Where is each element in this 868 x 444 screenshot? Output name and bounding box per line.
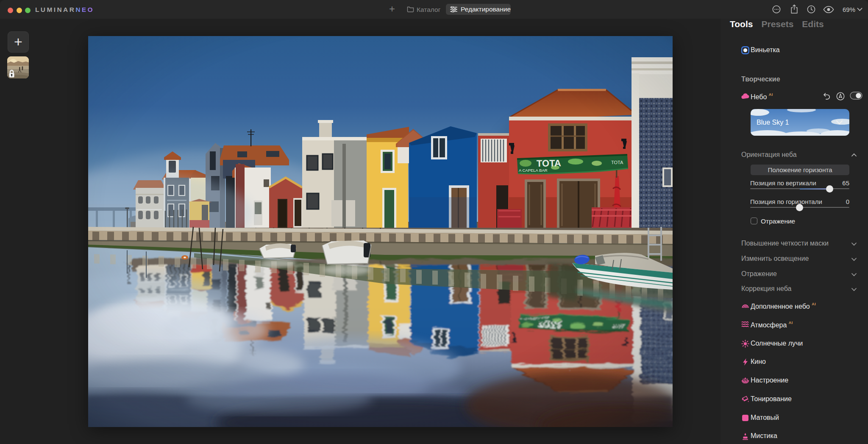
svg-text:Blue Sky 1: Blue Sky 1 — [757, 119, 789, 126]
